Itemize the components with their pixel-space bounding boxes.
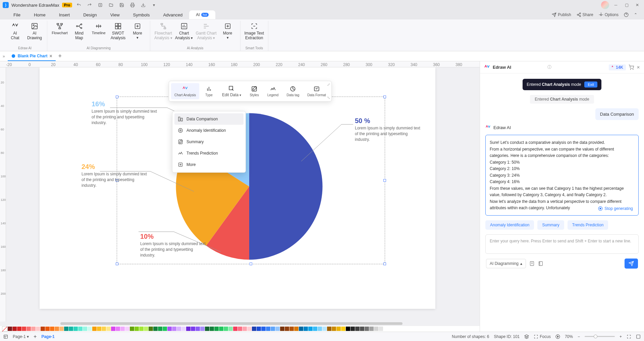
tabs-chevron-icon[interactable]: » <box>3 54 5 59</box>
color-swatch[interactable] <box>88 327 92 331</box>
menu-advanced[interactable]: Advanced <box>156 10 189 19</box>
color-swatch[interactable] <box>36 327 40 331</box>
color-swatch[interactable] <box>247 327 252 331</box>
color-swatch[interactable] <box>22 327 26 331</box>
print-icon[interactable] <box>128 1 137 9</box>
resize-handle[interactable] <box>116 263 118 265</box>
save-icon[interactable] <box>118 1 126 9</box>
color-swatch[interactable] <box>125 327 129 331</box>
resize-handle[interactable] <box>383 96 386 98</box>
template-icon[interactable] <box>538 261 543 266</box>
color-swatch[interactable] <box>158 327 162 331</box>
panel-close-icon[interactable]: ✕ <box>637 65 640 70</box>
share-button[interactable]: Share <box>577 12 593 17</box>
color-swatch[interactable] <box>355 327 360 331</box>
color-swatch[interactable] <box>83 327 87 331</box>
collapse-ribbon-icon[interactable]: ⌃ <box>634 12 637 17</box>
color-swatch[interactable] <box>205 327 209 331</box>
ft-edit-data[interactable]: Edit Data ▾ <box>219 83 245 99</box>
add-page-icon[interactable]: + <box>34 334 37 340</box>
menu-ai[interactable]: AIhot <box>189 10 215 19</box>
menu-view[interactable]: View <box>104 10 126 19</box>
diagram-more-button[interactable]: More▾ <box>129 22 146 40</box>
color-swatch[interactable] <box>12 327 17 331</box>
color-swatch[interactable] <box>177 327 181 331</box>
attach-icon[interactable] <box>529 261 535 266</box>
ft-chart-analysis[interactable]: Chart Analysis <box>171 83 199 99</box>
color-swatch[interactable] <box>294 327 299 331</box>
color-swatch[interactable] <box>285 327 289 331</box>
zoom-level[interactable]: 70% <box>565 334 573 339</box>
timeline-button[interactable]: Timeline <box>90 22 107 35</box>
color-swatch[interactable] <box>55 327 59 331</box>
color-swatch[interactable] <box>210 327 214 331</box>
layers-icon[interactable] <box>524 334 529 339</box>
color-swatch[interactable] <box>50 327 54 331</box>
color-swatch[interactable] <box>167 327 172 331</box>
zoom-out-icon[interactable]: − <box>578 334 580 339</box>
color-swatch[interactable] <box>365 327 369 331</box>
new-tab-icon[interactable]: + <box>58 53 62 60</box>
ft-legend[interactable]: Legend <box>264 83 282 99</box>
color-swatch[interactable] <box>379 327 383 331</box>
ai-drawing-button[interactable]: AIDrawing <box>26 22 43 41</box>
color-swatch[interactable] <box>271 327 275 331</box>
undo-icon[interactable] <box>75 1 83 9</box>
presentation-icon[interactable] <box>555 334 560 339</box>
color-swatch[interactable] <box>59 327 64 331</box>
color-swatch[interactable] <box>336 327 341 331</box>
fullscreen-icon[interactable] <box>636 334 641 339</box>
expand-icon[interactable]: ⤡ <box>327 96 330 100</box>
color-swatch[interactable] <box>360 327 364 331</box>
color-swatch[interactable] <box>351 327 355 331</box>
color-swatch[interactable] <box>332 327 336 331</box>
color-swatch[interactable] <box>369 327 374 331</box>
zoom-slider[interactable] <box>585 336 615 337</box>
zoom-in-icon[interactable]: + <box>620 334 622 339</box>
ai-credits[interactable]: 14K <box>609 64 626 70</box>
color-swatch[interactable] <box>78 327 83 331</box>
resize-handle[interactable] <box>116 96 118 98</box>
dd-anomaly[interactable]: Anomaly Identification <box>174 125 244 136</box>
color-swatch[interactable] <box>31 327 36 331</box>
color-swatch[interactable] <box>17 327 21 331</box>
color-swatch[interactable] <box>280 327 284 331</box>
ft-type[interactable]: Type <box>201 83 217 99</box>
canvas[interactable]: 50 % Lorem Ipsum is simply dummied text … <box>6 67 480 322</box>
color-swatch[interactable] <box>313 327 317 331</box>
minimize-icon[interactable]: ─ <box>612 1 620 9</box>
chip-anomaly[interactable]: Anomaly Identification <box>485 220 534 230</box>
fit-icon[interactable] <box>627 334 631 339</box>
menu-file[interactable]: File <box>7 10 27 19</box>
pages-icon[interactable] <box>3 334 8 339</box>
dd-more[interactable]: More <box>174 159 244 170</box>
ft-data-tag[interactable]: Data tag <box>283 83 303 99</box>
menu-insert[interactable]: Insert <box>52 10 77 19</box>
maximize-icon[interactable]: ▢ <box>623 1 631 9</box>
new-icon[interactable] <box>96 1 104 9</box>
color-swatch[interactable] <box>191 327 195 331</box>
help-icon[interactable] <box>624 12 629 17</box>
color-swatch[interactable] <box>120 327 125 331</box>
color-swatch[interactable] <box>318 327 322 331</box>
cart-icon[interactable] <box>629 65 634 70</box>
color-swatch[interactable] <box>196 327 200 331</box>
color-swatch[interactable] <box>97 327 101 331</box>
color-swatch[interactable] <box>346 327 350 331</box>
color-swatch[interactable] <box>181 327 186 331</box>
color-swatch[interactable] <box>238 327 242 331</box>
ft-data-format[interactable]: Data Format <box>304 83 329 99</box>
pin-icon[interactable]: ⤢ <box>327 82 330 87</box>
ai-chat-button[interactable]: AIChat <box>7 22 23 41</box>
menu-home[interactable]: Home <box>27 10 52 19</box>
dd-data-comparison[interactable]: Data Comparison <box>174 113 244 125</box>
color-swatch[interactable] <box>266 327 270 331</box>
color-swatch[interactable] <box>92 327 97 331</box>
stop-generating-button[interactable]: Stop generating <box>596 205 635 213</box>
color-swatch[interactable] <box>275 327 280 331</box>
color-swatch[interactable] <box>228 327 233 331</box>
color-swatch[interactable] <box>327 327 331 331</box>
color-swatch[interactable] <box>374 327 378 331</box>
chip-trends[interactable]: Trends Prediction <box>568 220 608 230</box>
menu-design[interactable]: Design <box>76 10 103 19</box>
